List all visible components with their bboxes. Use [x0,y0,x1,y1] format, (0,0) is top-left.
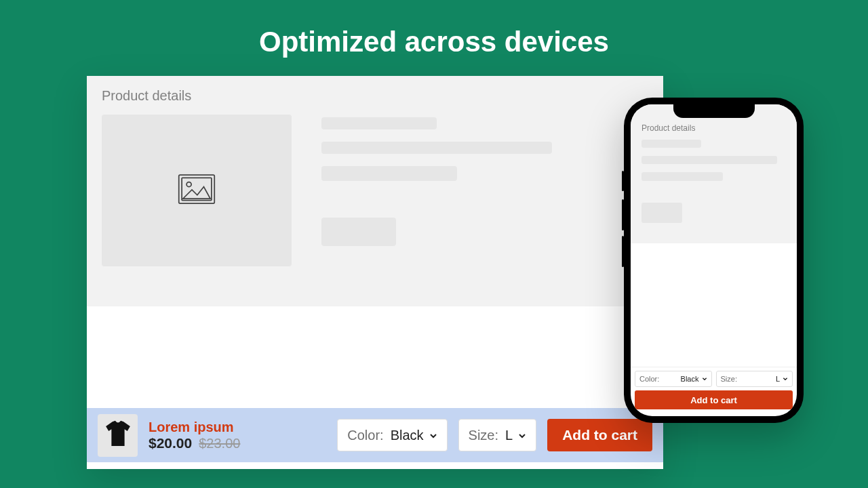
sticky-add-to-cart-bar: Lorem ipsum $20.00 $23.00 Color: Black S… [87,408,663,462]
size-select-value: L [776,375,780,383]
chevron-down-icon [429,428,437,443]
mobile-options-row: Color: Black Size: L [631,367,797,390]
svg-point-2 [186,182,191,187]
color-select[interactable]: Color: Black [337,419,447,451]
skeleton-line [642,156,777,164]
page-headline: Optimized across devices [0,0,868,58]
mobile-size-select[interactable]: Size: L [716,371,793,387]
mobile-section-title: Product details [642,123,786,133]
product-thumbnail [98,414,138,457]
skeleton-button [321,218,396,246]
skeleton-line [321,142,552,154]
desktop-mock: Product details [87,76,663,469]
color-select-value: Black [391,428,424,443]
svg-rect-1 [182,178,212,200]
chevron-down-icon [518,428,526,443]
chevron-down-icon [783,375,788,383]
mobile-color-select[interactable]: Color: Black [635,371,712,387]
section-title: Product details [102,88,648,104]
skeleton-line [642,140,701,148]
size-select-value: L [505,428,513,443]
size-select-label: Size: [469,428,498,443]
size-select[interactable]: Size: L [458,419,537,451]
color-select-label: Color: [639,375,659,383]
skeleton-line [321,166,457,181]
product-compare-price: $23.00 [199,436,240,451]
image-icon [178,173,216,208]
tshirt-icon [103,418,133,452]
product-info: Lorem ipsum $20.00 $23.00 [149,419,240,451]
skeleton-line [642,172,723,181]
color-select-label: Color: [347,428,383,443]
product-name: Lorem ipsum [149,419,240,435]
phone-screen: Product details Color: Black Size: L [631,104,797,416]
skeleton-button [642,203,682,223]
phone-notch [673,103,755,118]
color-select-value: Black [681,375,699,383]
mobile-add-to-cart-button[interactable]: Add to cart [635,390,793,409]
add-to-cart-button[interactable]: Add to cart [547,419,652,451]
skeleton-line [321,117,437,129]
mobile-product-panel: Product details [631,104,797,243]
product-image-placeholder [102,115,292,266]
product-price: $20.00 [149,435,192,451]
phone-mock: Product details Color: Black Size: L [624,98,804,423]
desktop-product-panel: Product details [87,76,663,306]
chevron-down-icon [702,375,707,383]
product-text-skeleton [321,115,648,266]
size-select-label: Size: [721,375,737,383]
